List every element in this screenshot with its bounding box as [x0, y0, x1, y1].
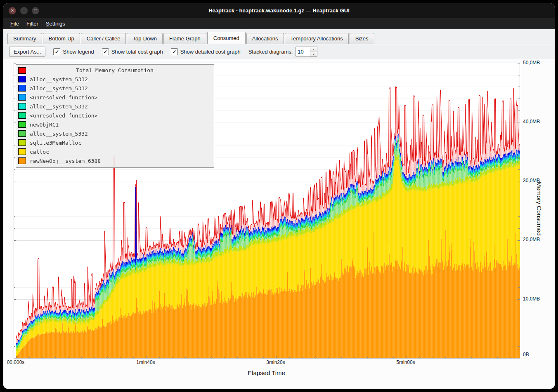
y-axis-title: Memory Consumed [536, 182, 543, 236]
checkbox-checked-icon[interactable]: ✓ [53, 48, 60, 55]
legend-swatch [18, 148, 26, 155]
chart-legend: Total Memory Consumption alloc__system_5… [16, 64, 214, 168]
x-tick-label: 1min40s [136, 359, 155, 365]
x-tick-label: 3min20s [266, 359, 285, 365]
x-tick-label: 5min00s [396, 359, 415, 365]
minimize-button[interactable]: – [20, 7, 28, 14]
legend-item: sqlite3MemMalloc [18, 138, 211, 147]
legend-swatch [18, 67, 26, 74]
legend-item: alloc__system_5332 [18, 84, 211, 93]
legend-swatch [18, 85, 26, 92]
tab-bar: Summary Bottom-Up Caller / Callee Top-Do… [3, 29, 555, 44]
legend-swatch [18, 130, 26, 137]
tab-consumed[interactable]: Consumed [207, 32, 246, 44]
x-tick-label: 00.000s [7, 359, 25, 365]
show-detailed-cost-label: Show detailed cost graph [180, 49, 241, 55]
y-tick-label: 40,0MB [523, 119, 540, 124]
close-button[interactable]: ✕ [9, 7, 16, 14]
show-legend-label: Show legend [63, 49, 94, 55]
checkbox-checked-icon[interactable]: ✓ [171, 48, 178, 55]
legend-item: newObjRC1 [18, 120, 211, 129]
legend-swatch [18, 94, 26, 101]
legend-title: Total Memory Consumption [18, 66, 211, 75]
legend-swatch [18, 112, 26, 119]
menubar: File Filter Settings [3, 18, 555, 29]
x-axis-title: Elapsed Time [14, 369, 519, 376]
checkbox-checked-icon[interactable]: ✓ [102, 48, 109, 55]
menu-file[interactable]: File [7, 19, 23, 28]
legend-swatch [18, 76, 26, 82]
legend-swatch [18, 157, 26, 164]
legend-item: <unresolved function> [18, 93, 211, 102]
stacked-diagrams-spinbox[interactable]: 10 ▲ ▼ [296, 47, 317, 57]
spin-down-icon[interactable]: ▼ [310, 52, 317, 56]
legend-swatch [18, 121, 26, 128]
legend-item: alloc__system_5332 [18, 129, 211, 138]
titlebar: ✕ – ▢ Heaptrack - heaptrack.wakunode.1.g… [3, 3, 555, 18]
minimize-icon: – [23, 9, 25, 13]
legend-item: alloc__system_5332 [18, 75, 211, 84]
legend-swatch [18, 139, 26, 146]
chart-region: Total Memory Consumption alloc__system_5… [3, 59, 555, 389]
show-legend-checkbox[interactable]: ✓ Show legend [53, 48, 94, 55]
menu-settings[interactable]: Settings [42, 19, 69, 28]
legend-item: alloc__system_5332 [18, 102, 211, 111]
stacked-diagrams-label: Stacked diagrams: [248, 49, 293, 55]
spin-up-icon[interactable]: ▲ [310, 47, 317, 52]
tab-top-down[interactable]: Top-Down [127, 33, 163, 44]
legend-item: <unresolved function> [18, 111, 211, 120]
window-title: Heaptrack - heaptrack.wakunode.1.gz — He… [3, 3, 555, 18]
legend-item: rawNewObj__system_6388 [18, 156, 211, 165]
y-tick-label: 20,0MB [523, 237, 540, 242]
y-tick-label: 10,0MB [523, 296, 540, 302]
stacked-diagrams-group: Stacked diagrams: 10 ▲ ▼ [248, 47, 318, 57]
tab-caller-callee[interactable]: Caller / Callee [81, 33, 126, 44]
tab-summary[interactable]: Summary [7, 33, 42, 44]
toolbar: Export As... ✓ Show legend ✓ Show total … [3, 44, 555, 59]
maximize-icon: ▢ [33, 9, 37, 13]
tab-sizes[interactable]: Sizes [350, 33, 374, 44]
show-detailed-cost-checkbox[interactable]: ✓ Show detailed cost graph [171, 48, 241, 55]
close-icon: ✕ [11, 9, 14, 13]
app-window: ✕ – ▢ Heaptrack - heaptrack.wakunode.1.g… [3, 3, 555, 389]
show-total-cost-checkbox[interactable]: ✓ Show total cost graph [102, 48, 163, 55]
y-tick-label: 50,0MB [523, 60, 540, 66]
y-tick-label: 0B [523, 352, 529, 357]
show-total-cost-label: Show total cost graph [111, 49, 163, 55]
tab-temporary-allocations[interactable]: Temporary Allocations [285, 33, 349, 44]
stacked-diagrams-value[interactable]: 10 [296, 47, 310, 56]
tab-bottom-up[interactable]: Bottom-Up [43, 33, 80, 44]
legend-item: calloc [18, 147, 211, 156]
export-as-button[interactable]: Export As... [9, 47, 45, 57]
maximize-button[interactable]: ▢ [32, 7, 39, 14]
tab-allocations[interactable]: Allocations [246, 33, 284, 44]
window-controls: ✕ – ▢ [9, 7, 39, 14]
tab-flame-graph[interactable]: Flame Graph [163, 33, 206, 44]
menu-filter[interactable]: Filter [23, 19, 42, 28]
legend-swatch [18, 103, 26, 110]
